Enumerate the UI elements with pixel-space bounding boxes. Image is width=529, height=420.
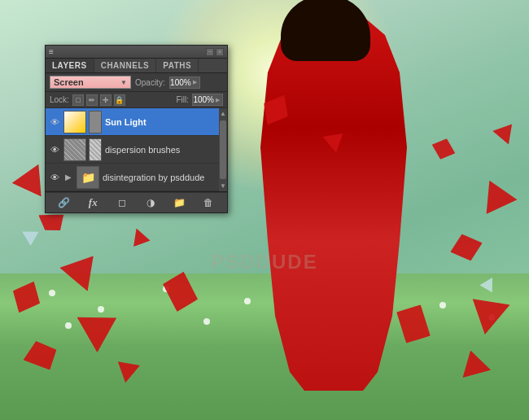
panel-title: ≡ [49,47,54,56]
layer-thumbnail [63,111,86,133]
fill-value: 100% [193,95,214,104]
layer-name: disintegration by psddude [103,173,204,182]
layer-thumbnail: 📁 [77,166,99,189]
tab-channels[interactable]: CHANNELS [94,59,157,72]
opacity-input[interactable]: 100% ▶ [169,77,200,89]
fragment [450,232,483,262]
fragment [492,117,520,145]
lock-label: Lock: [50,95,69,104]
panel-controls: − × [206,48,224,56]
woman-figure [244,16,423,391]
layer-mask-thumbnail [89,111,102,133]
fragment [428,133,460,164]
layer-sun-light[interactable]: 👁 Sun Light [46,108,227,136]
scroll-up-button[interactable]: ▲ [218,108,227,119]
scroll-thumb[interactable] [220,120,226,179]
layers-panel: ≡ − × LAYERS CHANNELS PATHS Screen ▼ Opa… [45,45,228,213]
flower [203,318,210,325]
woman-body [260,16,407,391]
blend-mode-select[interactable]: Screen ▼ [50,76,131,89]
fill-input[interactable]: 100% ▶ [192,94,223,106]
watermark-text: PSDDUDE [211,251,317,273]
layers-list: 👁 Sun Light 👁 dispersion brushes 👁 ▶ 📁 d… [46,108,227,192]
adjustment-button[interactable]: ◑ [142,195,159,210]
close-button[interactable]: × [216,48,224,56]
woman-hair [281,0,370,61]
opacity-label: Opacity: [135,78,165,87]
flower [98,306,104,313]
lock-transparent-icon[interactable]: □ [72,94,84,106]
fragment [474,173,517,214]
blend-mode-arrow: ▼ [120,79,127,86]
flower [439,302,446,308]
layer-name: dispersion brushes [105,145,180,155]
layer-visibility-icon[interactable]: 👁 [49,144,60,155]
fragment-light [18,225,39,246]
layer-visibility-icon[interactable]: 👁 [49,172,60,183]
fx-button[interactable]: fx [85,195,101,210]
opacity-value: 100% [170,78,191,87]
layer-name: Sun Light [105,117,146,127]
lock-position-icon[interactable]: ✛ [100,94,111,106]
blend-opacity-row: Screen ▼ Opacity: 100% ▶ [46,73,227,92]
layers-toolbar: 🔗 fx ◻ ◑ 📁 🗑 [46,192,227,212]
scroll-down-button[interactable]: ▼ [218,181,227,191]
lock-fill-row: Lock: □ ✏ ✛ 🔒 Fill: 100% ▶ [46,92,227,108]
flower [49,290,55,296]
tab-paths[interactable]: PATHS [156,59,199,72]
layers-scrollbar[interactable]: ▲ ▼ [219,108,227,191]
lock-image-icon[interactable]: ✏ [86,94,98,106]
tab-layers[interactable]: LAYERS [46,59,94,72]
opacity-arrow: ▶ [193,79,197,85]
lock-icons: □ ✏ ✛ 🔒 [72,94,173,106]
layer-mask-thumbnail [89,138,102,161]
delete-layer-button[interactable]: 🗑 [200,195,216,210]
minimize-button[interactable]: − [206,48,214,56]
layer-disintegration[interactable]: 👁 ▶ 📁 disintegration by psddude [46,164,227,191]
new-group-button[interactable]: 📁 [172,195,188,210]
layer-dispersion-brushes[interactable]: 👁 dispersion brushes [46,136,227,164]
layer-expand-icon[interactable]: ▶ [63,173,73,182]
panel-tabs: LAYERS CHANNELS PATHS [46,59,227,73]
flower [65,322,72,329]
link-layers-button[interactable]: 🔗 [56,195,72,210]
fill-label: Fill: [176,95,189,104]
fill-arrow: ▶ [216,97,220,103]
layer-thumbnail [63,138,86,161]
layer-visibility-icon[interactable]: 👁 [49,116,60,128]
fragment [128,225,151,247]
mask-button[interactable]: ◻ [114,195,130,210]
panel-titlebar: ≡ − × [46,46,227,59]
blend-mode-value: Screen [54,77,84,87]
lock-all-icon[interactable]: 🔒 [114,94,125,106]
